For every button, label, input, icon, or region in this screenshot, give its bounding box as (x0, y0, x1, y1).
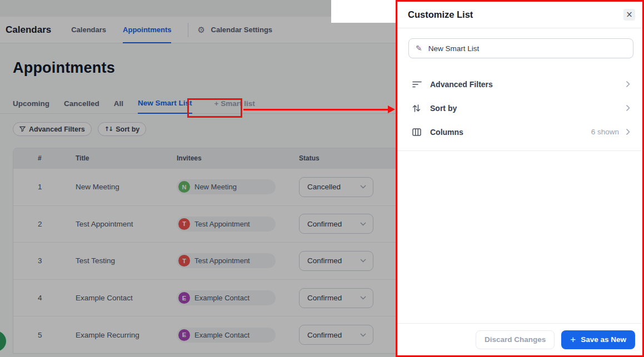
list-name-field[interactable]: ✎ New Smart List (408, 38, 633, 58)
annotation-arrowhead (388, 105, 395, 113)
menu-item-label: Sort by (430, 104, 457, 113)
chevron-right-icon (626, 128, 630, 135)
list-name-value: New Smart List (428, 44, 480, 53)
save-as-new-label: Save as New (581, 335, 626, 344)
menu-item-advanced-filters[interactable]: Advanced Filters (408, 72, 633, 96)
plus-icon: + (570, 335, 576, 344)
panel-footer: Discard Changes + Save as New (397, 323, 642, 355)
chevron-right-icon (626, 81, 630, 88)
chevron-right-icon (626, 104, 630, 112)
app-root: Calendars Calendars Appointments ⚙ Calen… (0, 0, 644, 357)
pencil-icon: ✎ (416, 44, 422, 53)
save-as-new-button[interactable]: + Save as New (561, 330, 635, 349)
columns-icon (412, 128, 423, 136)
close-icon[interactable]: × (623, 9, 635, 21)
top-white-block (331, 0, 396, 23)
annotation-arrow (243, 109, 389, 110)
customize-list-panel: Customize List × ✎ New Smart List Advanc… (396, 0, 644, 357)
sort-arrows-icon (412, 104, 423, 112)
menu-item-columns[interactable]: Columns 6 shown (408, 120, 633, 144)
menu-item-label: Columns (430, 128, 463, 137)
panel-menu: Advanced Filters Sort by (408, 72, 633, 144)
filter-lines-icon (412, 81, 423, 88)
annotation-highlight-box (187, 98, 242, 118)
menu-item-label: Advanced Filters (430, 80, 493, 89)
columns-shown-count: 6 shown (591, 128, 619, 136)
divider (397, 150, 642, 151)
panel-header: Customize List × (397, 2, 642, 28)
menu-item-sort-by[interactable]: Sort by (408, 96, 633, 120)
discard-changes-button[interactable]: Discard Changes (476, 330, 555, 349)
panel-title: Customize List (408, 9, 473, 20)
panel-body: ✎ New Smart List Advanced Filters (397, 28, 642, 323)
